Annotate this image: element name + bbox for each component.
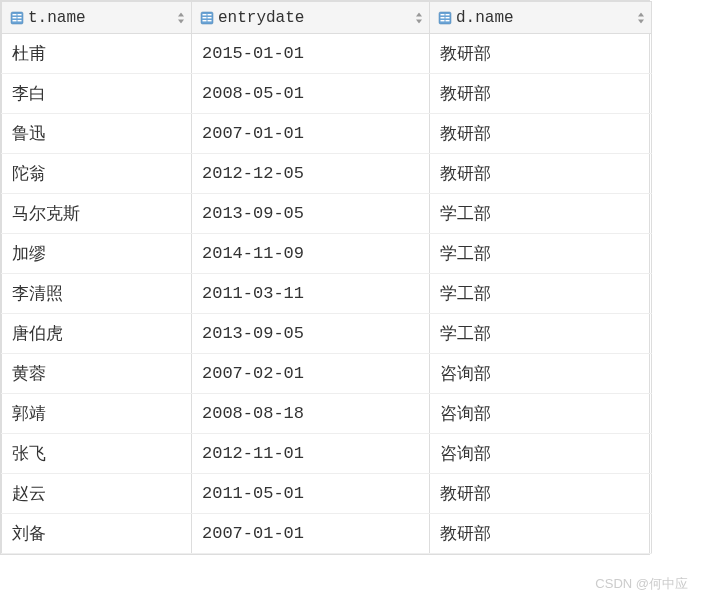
svg-rect-13 <box>208 20 212 21</box>
column-header-dname[interactable]: d.name <box>430 2 652 34</box>
cell-dname: 咨询部 <box>430 394 652 434</box>
cell-dname: 教研部 <box>430 114 652 154</box>
cell-tname: 赵云 <box>2 474 192 514</box>
svg-rect-18 <box>446 17 450 18</box>
svg-rect-16 <box>446 14 450 15</box>
svg-rect-15 <box>441 14 445 15</box>
svg-rect-20 <box>446 20 450 21</box>
cell-dname: 教研部 <box>430 474 652 514</box>
cell-tname: 陀翁 <box>2 154 192 194</box>
cell-tname: 李白 <box>2 74 192 114</box>
table-body: 杜甫2015-01-01教研部李白2008-05-01教研部鲁迅2007-01-… <box>2 34 652 554</box>
column-icon <box>10 11 24 25</box>
svg-rect-4 <box>18 17 22 18</box>
table-row[interactable]: 鲁迅2007-01-01教研部 <box>2 114 652 154</box>
svg-rect-3 <box>13 17 17 18</box>
cell-entrydate: 2011-05-01 <box>192 474 430 514</box>
svg-rect-5 <box>13 20 17 21</box>
cell-tname: 李清照 <box>2 274 192 314</box>
svg-rect-1 <box>13 14 17 15</box>
table-row[interactable]: 郭靖2008-08-18咨询部 <box>2 394 652 434</box>
svg-rect-19 <box>441 20 445 21</box>
cell-tname: 马尔克斯 <box>2 194 192 234</box>
column-icon <box>200 11 214 25</box>
cell-entrydate: 2007-01-01 <box>192 514 430 554</box>
svg-rect-6 <box>18 20 22 21</box>
sort-icon[interactable] <box>177 12 185 23</box>
cell-dname: 学工部 <box>430 234 652 274</box>
svg-rect-9 <box>208 14 212 15</box>
svg-rect-8 <box>203 14 207 15</box>
cell-tname: 刘备 <box>2 514 192 554</box>
cell-entrydate: 2007-02-01 <box>192 354 430 394</box>
cell-entrydate: 2008-08-18 <box>192 394 430 434</box>
svg-rect-11 <box>208 17 212 18</box>
cell-entrydate: 2012-11-01 <box>192 434 430 474</box>
cell-dname: 学工部 <box>430 194 652 234</box>
table-row[interactable]: 赵云2011-05-01教研部 <box>2 474 652 514</box>
cell-dname: 教研部 <box>430 34 652 74</box>
results-table-container: t.name <box>0 0 650 555</box>
table-row[interactable]: 李清照2011-03-11学工部 <box>2 274 652 314</box>
table-header-row: t.name <box>2 2 652 34</box>
cell-tname: 杜甫 <box>2 34 192 74</box>
cell-entrydate: 2013-09-05 <box>192 194 430 234</box>
table-row[interactable]: 李白2008-05-01教研部 <box>2 74 652 114</box>
cell-tname: 郭靖 <box>2 394 192 434</box>
cell-dname: 教研部 <box>430 154 652 194</box>
cell-dname: 咨询部 <box>430 434 652 474</box>
watermark: CSDN @何中应 <box>595 575 688 593</box>
sort-icon[interactable] <box>637 12 645 23</box>
column-header-tname[interactable]: t.name <box>2 2 192 34</box>
column-label: entrydate <box>218 9 304 27</box>
cell-entrydate: 2014-11-09 <box>192 234 430 274</box>
column-label: t.name <box>28 9 86 27</box>
table-row[interactable]: 黄蓉2007-02-01咨询部 <box>2 354 652 394</box>
cell-dname: 咨询部 <box>430 354 652 394</box>
cell-dname: 学工部 <box>430 274 652 314</box>
table-row[interactable]: 陀翁2012-12-05教研部 <box>2 154 652 194</box>
cell-entrydate: 2011-03-11 <box>192 274 430 314</box>
cell-entrydate: 2008-05-01 <box>192 74 430 114</box>
cell-entrydate: 2013-09-05 <box>192 314 430 354</box>
cell-tname: 黄蓉 <box>2 354 192 394</box>
cell-dname: 教研部 <box>430 514 652 554</box>
cell-dname: 学工部 <box>430 314 652 354</box>
column-label: d.name <box>456 9 514 27</box>
cell-tname: 张飞 <box>2 434 192 474</box>
table-row[interactable]: 唐伯虎2013-09-05学工部 <box>2 314 652 354</box>
cell-tname: 唐伯虎 <box>2 314 192 354</box>
cell-entrydate: 2012-12-05 <box>192 154 430 194</box>
cell-entrydate: 2007-01-01 <box>192 114 430 154</box>
sort-icon[interactable] <box>415 12 423 23</box>
table-row[interactable]: 杜甫2015-01-01教研部 <box>2 34 652 74</box>
svg-rect-10 <box>203 17 207 18</box>
column-icon <box>438 11 452 25</box>
table-row[interactable]: 张飞2012-11-01咨询部 <box>2 434 652 474</box>
cell-dname: 教研部 <box>430 74 652 114</box>
svg-rect-12 <box>203 20 207 21</box>
table-row[interactable]: 加缪2014-11-09学工部 <box>2 234 652 274</box>
svg-rect-17 <box>441 17 445 18</box>
table-row[interactable]: 马尔克斯2013-09-05学工部 <box>2 194 652 234</box>
table-row[interactable]: 刘备2007-01-01教研部 <box>2 514 652 554</box>
results-table: t.name <box>1 1 652 554</box>
svg-rect-2 <box>18 14 22 15</box>
cell-entrydate: 2015-01-01 <box>192 34 430 74</box>
cell-tname: 鲁迅 <box>2 114 192 154</box>
column-header-entrydate[interactable]: entrydate <box>192 2 430 34</box>
cell-tname: 加缪 <box>2 234 192 274</box>
